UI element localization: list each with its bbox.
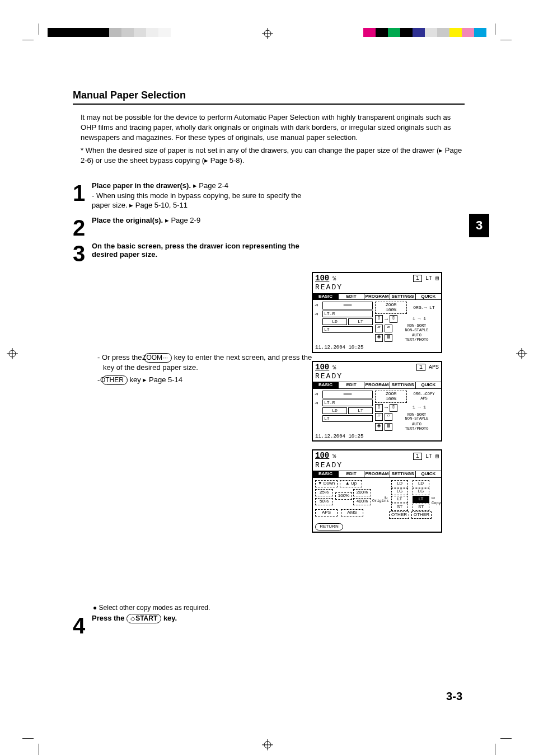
lcd-tab-program[interactable]: PROGRAM (364, 471, 390, 477)
page-ref-icon: ▸ (193, 181, 197, 190)
crop-mark (22, 738, 39, 755)
lcd-tab-quick[interactable]: QUICK (416, 382, 441, 388)
lcd-drawers[interactable]: ═══ LT-R LDLT LT (322, 302, 373, 342)
aps-button[interactable]: APS (315, 509, 338, 516)
registration-mark-icon (262, 739, 273, 750)
drawer-lt[interactable]: LT (348, 318, 373, 325)
registration-mark-icon (7, 348, 18, 359)
copy-label: Copy (432, 501, 441, 506)
size-lg[interactable]: LG (413, 488, 429, 495)
lcd-tab-settings[interactable]: SETTINGS (390, 294, 416, 300)
lcd-zoom-button[interactable]: ZOOM100% (375, 302, 407, 314)
lcd-zoom-button[interactable]: ZOOM100% (375, 391, 407, 403)
step-number: 1 (73, 181, 92, 201)
chapter-tab: 3 (469, 214, 489, 237)
copy-icon[interactable]: ▯ (390, 404, 397, 412)
step-ref: Page 2-4 (197, 181, 228, 190)
size-other[interactable]: OTHER (411, 511, 432, 519)
size-other[interactable]: OTHER (389, 511, 409, 519)
lcd-paper-size: LT (425, 275, 432, 281)
zoom-up-button[interactable]: ▲ Up (340, 480, 362, 487)
lcd-count: 1 (413, 453, 422, 460)
page-number: 3-3 (446, 690, 462, 703)
zoom-200-button[interactable]: 200% (353, 489, 371, 496)
drawer-ld[interactable]: LD (322, 318, 347, 325)
zoom-50-button[interactable]: 50% (315, 498, 333, 505)
lcd-zoom-ratio: 100 (315, 451, 329, 460)
color-chips-right (363, 28, 486, 37)
size-lt-selected[interactable]: LT (413, 496, 429, 503)
lcd-sort-mode[interactable]: NON-SORT NON-STAPLE (394, 324, 439, 332)
drawer-lt[interactable]: LT (322, 326, 373, 333)
intro-note: * When the desired size of paper is not … (81, 145, 465, 166)
lcd-1to1[interactable]: 1 → 1 (399, 405, 439, 410)
tray-icon: ▤ (435, 275, 439, 281)
lcd-tab-quick[interactable]: QUICK (416, 471, 441, 477)
lcd-tab-basic[interactable]: BASIC (313, 471, 339, 477)
staple-icon[interactable]: ▱ (385, 413, 392, 421)
orig-icon[interactable]: ▯ (375, 315, 383, 323)
orig-icon[interactable]: ▯ (375, 404, 383, 412)
lcd-tab-program[interactable]: PROGRAM (364, 294, 390, 300)
size-ld[interactable]: LD (413, 480, 429, 487)
lcd-drawers[interactable]: ═══ LT-R LDLT LT (322, 391, 373, 431)
page-icon[interactable]: ▤ (385, 334, 392, 342)
lcd-tab-edit[interactable]: EDIT (339, 294, 364, 300)
lcd-orig-dest: ORG.→ LT (409, 306, 439, 311)
lcd-tab-edit[interactable]: EDIT (339, 471, 364, 477)
lcd-timestamp: 11.12.2004 10:25 (315, 345, 363, 351)
lcd-tab-settings[interactable]: SETTINGS (390, 471, 416, 477)
lcd-status: READY (313, 373, 441, 382)
lcd-tabs: BASIC EDIT PROGRAM SETTINGS QUICK (313, 293, 441, 300)
size-lg[interactable]: LG (391, 488, 408, 495)
zoom-down-button[interactable]: ▼ Down (315, 480, 338, 487)
lcd-paper-size: LT (425, 453, 432, 459)
handle-icon: ◅ (315, 391, 320, 398)
lcd-tab-quick[interactable]: QUICK (416, 294, 441, 300)
size-lt[interactable]: LT (391, 496, 408, 503)
sort-icon[interactable]: ▱ (375, 325, 383, 332)
lcd-tab-settings[interactable]: SETTINGS (390, 382, 416, 388)
lcd-tab-program[interactable]: PROGRAM (364, 382, 390, 388)
ams-button[interactable]: AMS (341, 509, 363, 516)
step-number: 2 (73, 216, 92, 236)
crop-mark (22, 24, 39, 40)
lcd-tab-edit[interactable]: EDIT (339, 382, 364, 388)
tray-icon: ▤ (435, 453, 439, 459)
step-3-notes: - Or press the ZOOM··· key to enter the … (97, 353, 321, 386)
sort-icon[interactable]: ▱ (375, 413, 383, 421)
zoom-25-button[interactable]: 25% (315, 489, 333, 496)
page-icon[interactable]: ▤ (385, 423, 392, 431)
person-icon[interactable]: ◉ (375, 423, 383, 431)
size-st[interactable]: ST (391, 504, 408, 511)
zoom-key: ZOOM··· (144, 353, 172, 363)
lcd-image-mode[interactable]: AUTO TEXT/PHOTO (394, 334, 439, 342)
size-ld[interactable]: LD (391, 480, 408, 487)
drawer-ltr[interactable]: LT-R (322, 400, 373, 406)
drawer-lt[interactable]: LT (322, 415, 373, 422)
step-2: 2 Place the original(s). ▸ Page 2-9 (73, 216, 465, 236)
step-title: Place paper in the drawer(s). (92, 181, 191, 190)
rotate-icon: ↻ (385, 496, 387, 501)
size-st[interactable]: ST (413, 504, 429, 511)
lcd-screenshot-basic-aps: 100 % 1 APS READY BASIC EDIT PROGRAM SET… (312, 361, 442, 442)
copy-icon[interactable]: ▯ (390, 315, 397, 323)
crop-mark (495, 738, 512, 755)
staple-icon[interactable]: ▱ (385, 325, 392, 332)
drawer-lt[interactable]: LT (348, 407, 373, 414)
handle-icon: ◅ (315, 400, 320, 407)
drawer-ltr[interactable]: LT-R (322, 311, 373, 317)
lcd-sort-mode[interactable]: NON-SORT NON-STAPLE (394, 413, 439, 421)
return-button[interactable]: RETURN (315, 523, 343, 530)
lcd-1to1[interactable]: 1 → 1 (399, 317, 439, 322)
person-icon[interactable]: ◉ (375, 334, 383, 342)
intro-paragraph: It may not be possible for the device to… (81, 112, 465, 143)
start-key: START (127, 614, 161, 623)
lcd-tab-basic[interactable]: BASIC (313, 294, 339, 300)
lcd-tab-basic[interactable]: BASIC (313, 382, 339, 388)
lcd-image-mode[interactable]: AUTO TEXT/PHOTO (394, 422, 439, 431)
zoom-100-button[interactable]: 100% (335, 492, 352, 500)
drawer-ld[interactable]: LD (322, 407, 347, 414)
zoom-400-button[interactable]: 400% (353, 498, 371, 505)
lcd-status: READY (313, 462, 441, 471)
